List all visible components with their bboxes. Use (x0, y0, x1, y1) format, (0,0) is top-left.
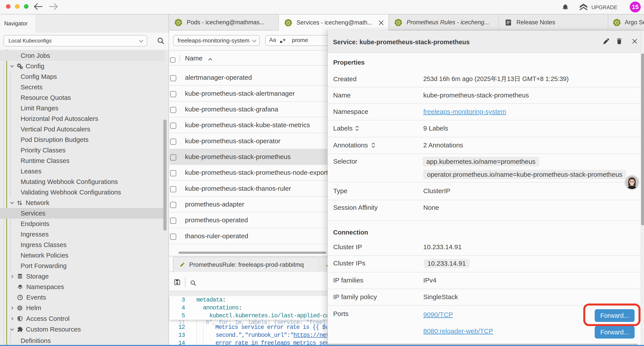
svg-text:*: * (283, 37, 286, 45)
